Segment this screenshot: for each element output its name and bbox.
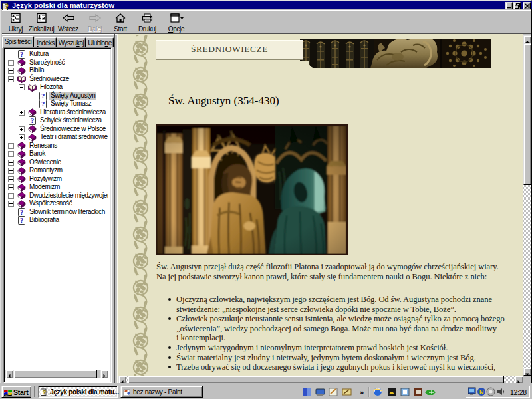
svg-text:?: ? (43, 388, 47, 396)
svg-text:?: ? (20, 51, 23, 58)
svg-text:?: ? (41, 92, 45, 100)
svg-text:?: ? (20, 209, 23, 216)
svg-text:»: » (360, 388, 364, 396)
svg-text:?: ? (31, 117, 34, 124)
svg-text:N: N (479, 389, 483, 396)
svg-text:?: ? (20, 217, 23, 224)
svg-text:?: ? (41, 100, 45, 108)
